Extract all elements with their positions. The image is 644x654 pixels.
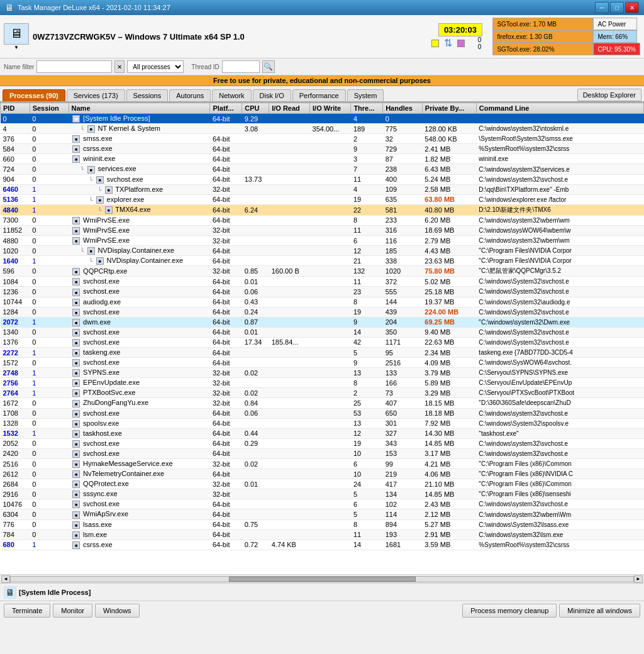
cell-session: 0	[30, 114, 69, 124]
scroll-left-button[interactable]: ◄	[1, 575, 10, 583]
col-handles[interactable]: Handles	[383, 103, 423, 114]
table-row[interactable]: 1532 1 ■ taskhost.exe 64-bit 0.44 12 327…	[1, 428, 644, 438]
table-row[interactable]: 904 0 └ ■ svchost.exe 64-bit 13.73 11 40…	[1, 174, 644, 184]
tab-autoruns[interactable]: Autoruns	[169, 89, 211, 101]
table-row[interactable]: 2916 0 ■ sssync.exe 32-bit 5 134 14.85 M…	[1, 489, 644, 499]
table-row[interactable]: 376 0 ■ smss.exe 64-bit 2 32 548.00 KB \…	[1, 134, 644, 144]
table-row[interactable]: 1236 0 ■ svchost.exe 64-bit 0.06 23 555 …	[1, 287, 644, 297]
cell-name: ■ taskhost.exe	[69, 428, 210, 438]
table-row[interactable]: 4840 1 └ ■ TMX64.exe 64-bit 6.24 22 581 …	[1, 204, 644, 215]
close-button[interactable]: ✕	[625, 2, 639, 13]
tab-processes[interactable]: Processes (90)	[3, 89, 65, 101]
table-row[interactable]: 1084 0 ■ svchost.exe 64-bit 0.01 11 372 …	[1, 277, 644, 287]
table-row[interactable]: 2684 0 ■ QQProtect.exe 32-bit 0.01 24 41…	[1, 479, 644, 489]
table-row[interactable]: 6304 0 ■ WmiApSrv.exe 64-bit 5 114 2.12 …	[1, 509, 644, 519]
cell-io-read	[269, 164, 310, 174]
table-row[interactable]: 1572 0 ■ svchost.exe 64-bit 9 2516 4.09 …	[1, 358, 644, 368]
table-row[interactable]: 1376 0 ■ svchost.exe 64-bit 17.34 185.84…	[1, 337, 644, 347]
minimize-all-button[interactable]: Minimize all windows	[559, 604, 640, 618]
table-row[interactable]: 10476 0 ■ svchost.exe 64-bit 6 102 2.43 …	[1, 499, 644, 509]
col-io-read[interactable]: I/O Read	[269, 103, 310, 114]
avatar-dropdown-arrow[interactable]: ▼	[14, 45, 19, 50]
table-row[interactable]: 11852 0 ■ WmiPrvSE.exe 32-bit 11 316 18.…	[1, 225, 644, 235]
table-row[interactable]: 584 0 ■ csrss.exe 64-bit 9 729 2.41 MB %…	[1, 144, 644, 154]
table-row[interactable]: 724 0 └ ■ services.exe 64-bit 7 238 6.43…	[1, 164, 644, 174]
name-filter-input[interactable]	[36, 60, 112, 73]
table-row[interactable]: 2756 1 ■ EPEnvUpdate.exe 32-bit 8 166 5.…	[1, 378, 644, 388]
table-row[interactable]: 1340 0 ■ svchost.exe 64-bit 0.01 14 350 …	[1, 327, 644, 337]
table-row[interactable]: 2272 1 ■ taskeng.exe 64-bit 5 95 2.34 MB…	[1, 347, 644, 357]
table-row[interactable]: 776 0 ■ lsass.exe 64-bit 0.75 8 894 5.27…	[1, 519, 644, 529]
table-row[interactable]: 1672 0 ■ ZhuDongFangYu.exe 32-bit 0.84 2…	[1, 398, 644, 408]
col-session[interactable]: Session	[30, 103, 69, 114]
col-cpu[interactable]: CPU	[242, 103, 269, 114]
tab-diskio[interactable]: Disk I/O	[253, 89, 291, 101]
desktop-explorer-button[interactable]: Desktop Explorer	[577, 89, 641, 101]
table-row[interactable]: 5136 1 └ ■ explorer.exe 64-bit 19 635 63…	[1, 194, 644, 204]
table-row[interactable]: 1328 0 ■ spoolsv.exe 64-bit 13 301 7.92 …	[1, 418, 644, 428]
table-row[interactable]: 1640 1 └ ■ NVDisplay.Container.exe 64-bi…	[1, 256, 644, 266]
col-name[interactable]: Name	[69, 103, 210, 114]
tab-system[interactable]: System	[347, 89, 384, 101]
name-filter-clear-button[interactable]: ✕	[114, 60, 125, 73]
col-io-write[interactable]: I/O Write	[310, 103, 351, 114]
table-row[interactable]: 1708 0 ■ svchost.exe 64-bit 0.06 53 650 …	[1, 408, 644, 418]
cell-handles: 327	[383, 428, 423, 438]
cell-cpu: 0.75	[242, 519, 269, 529]
col-platform[interactable]: Platf...	[210, 103, 242, 114]
col-cmdline[interactable]: Command Line	[476, 103, 643, 114]
table-row[interactable]: 7300 0 ■ WmiPrvSE.exe 64-bit 8 233 6.20 …	[1, 215, 644, 225]
table-row[interactable]: 680 1 ■ csrss.exe 64-bit 0.72 4.74 KB 14…	[1, 540, 644, 550]
cell-cpu	[242, 378, 269, 388]
cell-platform: 32-bit	[210, 225, 242, 235]
cell-io-read	[269, 277, 310, 287]
tab-services[interactable]: Services (173)	[67, 89, 125, 101]
minimize-button[interactable]: ─	[595, 2, 609, 13]
terminate-button[interactable]: Terminate	[4, 604, 50, 618]
table-row[interactable]: 2612 0 ■ NvTelemetryContainer.exe 64-bit…	[1, 469, 644, 479]
tab-performance[interactable]: Performance	[292, 89, 346, 101]
table-row[interactable]: 2420 0 ■ svchost.exe 64-bit 10 153 3.17 …	[1, 448, 644, 458]
thread-id-input[interactable]	[222, 60, 260, 73]
table-row[interactable]: 4880 0 ■ WmiPrvSE.exe 32-bit 6 116 2.79 …	[1, 236, 644, 246]
process-table-container[interactable]: PID Session Name Platf... CPU I/O Read I…	[0, 103, 644, 574]
table-row[interactable]: 1020 0 └ ■ NVDisplay.Container.exe 64-bi…	[1, 246, 644, 256]
table-row[interactable]: 596 0 ■ QQPCRtp.exe 32-bit 0.85 160.00 B…	[1, 266, 644, 277]
maximize-button[interactable]: □	[610, 2, 624, 13]
process-filter-dropdown[interactable]: All processes	[127, 60, 184, 73]
cell-private-bytes: 14.30 MB	[422, 428, 476, 438]
table-row[interactable]: 784 0 ■ lsm.exe 64-bit 11 193 2.91 MB C:…	[1, 529, 644, 540]
thread-id-search-button[interactable]: 🔍	[262, 60, 275, 73]
table-row[interactable]: 0 0 ■ [System Idle Process] 64-bit 9.29 …	[1, 114, 644, 124]
horizontal-scrollbar[interactable]: ◄ ►	[0, 574, 644, 583]
table-row[interactable]: 2516 0 ■ HymakeMessageService.exe 32-bit…	[1, 459, 644, 469]
table-row[interactable]: 1284 0 ■ svchost.exe 64-bit 0.24 19 439 …	[1, 307, 644, 317]
table-row[interactable]: 6460 1 └ ■ TXPlatform.exe 32-bit 4 109 2…	[1, 184, 644, 194]
table-row[interactable]: 10744 0 ■ audiodg.exe 64-bit 0.43 8 144 …	[1, 297, 644, 307]
col-private-bytes[interactable]: Private By...	[422, 103, 476, 114]
table-row[interactable]: 2748 1 ■ SYPNS.exe 32-bit 0.02 13 133 3.…	[1, 368, 644, 378]
table-row[interactable]: 2764 1 ■ PTXBootSvc.exe 32-bit 0.02 2 73…	[1, 388, 644, 398]
cell-handles: 32	[383, 134, 423, 144]
table-row[interactable]: 4 0 └ ■ NT Kernel & System 3.08 354.00..…	[1, 124, 644, 134]
tab-network[interactable]: Network	[212, 89, 251, 101]
sgtool-cpu-label: SGTool.exe: 28.02%	[492, 43, 593, 55]
table-row[interactable]: 2052 0 ■ svchost.exe 64-bit 0.29 19 343 …	[1, 438, 644, 448]
cell-cpu: 0.29	[242, 438, 269, 448]
tab-sessions[interactable]: Sessions	[126, 89, 169, 101]
cell-cpu: 0.01	[242, 327, 269, 337]
monitor-button[interactable]: Monitor	[53, 604, 92, 618]
cell-io-write	[310, 469, 351, 479]
scroll-thumb[interactable]	[229, 577, 416, 582]
col-pid[interactable]: PID	[1, 103, 30, 114]
counter-box-1: 0 0	[470, 36, 489, 50]
cell-private-bytes: 2.43 MB	[422, 499, 476, 509]
cell-handles: 417	[383, 479, 423, 489]
scroll-right-button[interactable]: ►	[634, 575, 643, 583]
col-threads[interactable]: Thre...	[351, 103, 383, 114]
table-row[interactable]: 2072 1 ■ dwm.exe 64-bit 0.87 9 204 69.25…	[1, 317, 644, 327]
cell-platform: 64-bit	[210, 307, 242, 317]
windows-button[interactable]: Windows	[95, 604, 140, 618]
table-row[interactable]: 660 0 ■ wininit.exe 64-bit 3 87 1.82 MB …	[1, 154, 644, 164]
memory-cleanup-button[interactable]: Process memory cleanup	[462, 604, 557, 618]
